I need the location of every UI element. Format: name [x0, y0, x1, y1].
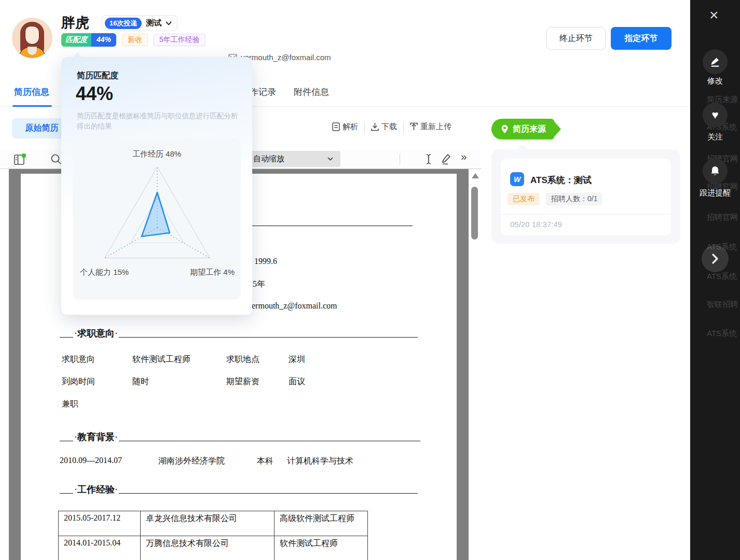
- assign-stage-button[interactable]: 指定环节: [611, 27, 672, 50]
- heading-rule: [60, 441, 73, 441]
- field-value: 面议: [289, 376, 305, 387]
- popup-match-value: 44%: [76, 83, 113, 105]
- section-intention-heading: 求职意向: [60, 327, 418, 340]
- field-value: 软件测试工程师: [132, 354, 190, 365]
- table-row: 2015.05-2017.12 卓龙兴信息技术有限公司 高级软件测试工程师: [59, 511, 368, 536]
- follow-label: 关注: [690, 132, 740, 142]
- zoom-mode-value: 自动缩放: [253, 154, 284, 164]
- section-education-heading: 教育背景: [60, 431, 420, 443]
- candidate-name: 胖虎: [61, 13, 89, 32]
- upload-icon: [410, 122, 418, 131]
- download-label: 下载: [381, 122, 397, 132]
- divider: [403, 122, 404, 132]
- apply-count-badge: 16次投递: [105, 18, 142, 29]
- resume-birth-value: 1999.6: [254, 257, 277, 266]
- work-title: 软件测试工程师: [275, 536, 368, 560]
- edit-label: 修改: [690, 76, 740, 86]
- toolbar-more-icon[interactable]: »: [461, 150, 467, 163]
- divider: [501, 214, 671, 215]
- resume-email-value: vermouth_z@foxmail.com: [248, 301, 337, 311]
- download-button[interactable]: 下载: [371, 122, 397, 132]
- ats-system-title: ATS系统：测试: [530, 174, 592, 186]
- scrollbar-thumb[interactable]: [471, 187, 478, 240]
- field-value: 深圳: [289, 354, 305, 365]
- match-score-popup: 简历匹配度 44% 简历匹配度是根据标准简历与职位信息进行匹配分析得出的结果 工…: [61, 57, 252, 315]
- headcount-badge: 招聘人数：0/1: [546, 193, 602, 205]
- scroll-up-arrow[interactable]: [472, 173, 479, 178]
- divider: [364, 122, 365, 132]
- source-card[interactable]: W ATS系统：测试 已发布 招聘人数：0/1 05/20 18:37:49: [501, 159, 671, 235]
- edit-button[interactable]: [703, 49, 728, 74]
- heading-rule: [60, 337, 73, 338]
- radar-axis-ability: 个人能力 15%: [80, 268, 129, 276]
- right-action-sidebar: 简历来源 ATS系统 招聘官网 招聘官网 招聘官网 ATS系统 ATS系统 智联…: [690, 0, 740, 560]
- field-label: 求职地点: [226, 354, 259, 365]
- ghost-item: ATS系统: [707, 272, 740, 282]
- ghost-item: ATS系统: [707, 329, 740, 339]
- chevron-down-icon: [166, 21, 172, 25]
- work-experience-table: 2015.05-2017.12 卓龙兴信息技术有限公司 高级软件测试工程师 20…: [58, 511, 368, 560]
- chevron-down-icon: [327, 157, 333, 161]
- follow-button[interactable]: ♥: [703, 103, 728, 128]
- stop-stage-button[interactable]: 终止环节: [546, 27, 606, 50]
- sidebar-toggle-icon[interactable]: [13, 153, 26, 166]
- pencil-icon: [709, 56, 721, 67]
- work-title: 高级软件测试工程师: [275, 511, 368, 536]
- edu-major: 计算机科学与技术: [287, 456, 353, 467]
- popup-notch: [72, 52, 83, 63]
- candidate-detail-modal: 胖虎 16次投递 测试 匹配度 44% 新收 5年工作经验 vermouth_z…: [0, 0, 740, 560]
- radar-axis-work: 工作经历 48%: [132, 149, 181, 158]
- tab-attachment-info[interactable]: 附件信息: [294, 86, 329, 98]
- viewer-scrollbar[interactable]: [469, 169, 482, 560]
- radar-axis-expectation: 期望工作 4%: [190, 268, 235, 276]
- resume-source-label: 简历来源: [513, 124, 546, 135]
- table-row: 2014.01-2015.04 万腾信息技术有限公司 软件测试工程师: [59, 536, 368, 560]
- ats-logo-icon: W: [510, 172, 524, 186]
- download-icon: [371, 122, 379, 131]
- section-work-title: 工作经验: [73, 483, 119, 496]
- match-badge-label: 匹配度: [61, 33, 91, 47]
- source-timestamp: 05/20 18:37:49: [510, 220, 562, 229]
- field-label: 求职意向: [62, 354, 95, 365]
- ghost-item: 智联招聘: [707, 300, 740, 310]
- divider: [400, 153, 400, 165]
- published-badge: 已发布: [508, 193, 540, 205]
- avatar-face: [25, 26, 39, 45]
- location-pin-icon: [501, 124, 509, 134]
- work-company: 卓龙兴信息技术有限公司: [141, 511, 275, 536]
- remind-button[interactable]: [703, 159, 728, 184]
- annotate-pen-icon[interactable]: [441, 153, 452, 165]
- avatar: [12, 18, 52, 58]
- section-education-title: 教育背景: [73, 431, 119, 443]
- match-badge-value: 44%: [91, 33, 116, 47]
- collapse-button[interactable]: [702, 245, 729, 272]
- ghost-item: 招聘官网: [707, 213, 740, 222]
- work-company: 万腾信息技术有限公司: [141, 536, 275, 560]
- text-select-icon[interactable]: [424, 153, 433, 165]
- bubble-notch: [517, 144, 529, 156]
- resume-source-button[interactable]: 简历来源: [491, 119, 554, 139]
- tag-new: 新收: [122, 34, 148, 46]
- section-work-heading: 工作经验: [60, 483, 418, 496]
- close-icon[interactable]: ×: [709, 7, 719, 23]
- parse-button[interactable]: 解析: [332, 122, 358, 132]
- reupload-button[interactable]: 重新上传: [410, 122, 451, 132]
- tab-resume-info[interactable]: 简历信息: [14, 86, 49, 98]
- field-value: 随时: [132, 376, 149, 387]
- match-badge[interactable]: 匹配度 44%: [61, 33, 116, 47]
- radar-chart: 工作经历 48% 个人能力 15% 期望工作 4%: [73, 139, 241, 300]
- remind-label: 跟进提醒: [690, 188, 740, 198]
- radar-chart-panel: 工作经历 48% 个人能力 15% 期望工作 4%: [73, 139, 241, 300]
- button-tail: [554, 121, 561, 137]
- chevron-right-icon: [711, 253, 719, 264]
- position-selector[interactable]: 16次投递 测试: [102, 15, 177, 31]
- field-label: 到岗时间: [62, 376, 95, 387]
- search-icon[interactable]: [50, 153, 62, 165]
- edu-degree: 本科: [257, 456, 273, 467]
- source-badges: 已发布 招聘人数：0/1: [508, 193, 602, 205]
- position-label: 测试: [146, 18, 161, 28]
- popup-title: 简历匹配度: [77, 71, 118, 81]
- resume-exp-value: 5年: [253, 279, 265, 290]
- active-tab-underline: [12, 105, 52, 107]
- reupload-label: 重新上传: [420, 122, 451, 132]
